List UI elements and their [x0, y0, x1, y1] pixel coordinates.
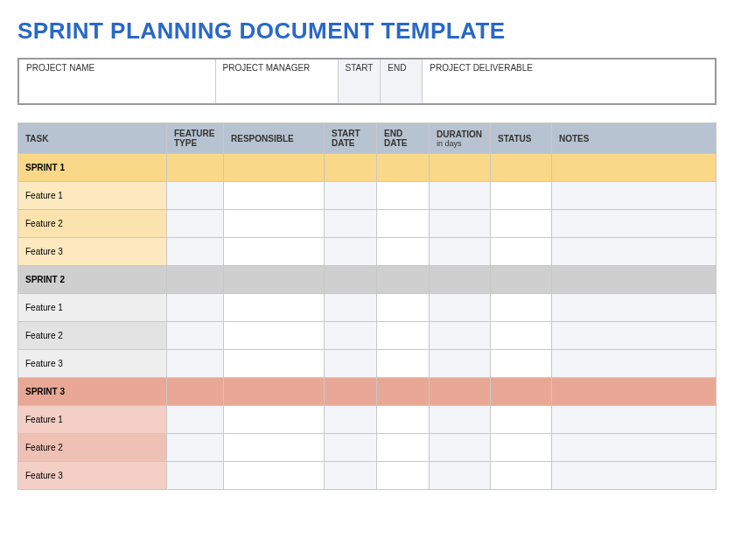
task-cell[interactable]: [325, 210, 377, 238]
task-cell[interactable]: [430, 210, 491, 238]
task-name-cell[interactable]: SPRINT 2: [18, 266, 167, 294]
meta-cell-deliverable[interactable]: [423, 74, 716, 104]
task-cell[interactable]: [430, 378, 491, 406]
task-cell[interactable]: [325, 462, 377, 490]
task-cell[interactable]: [430, 238, 491, 266]
task-name-cell[interactable]: Feature 2: [18, 210, 167, 238]
task-cell[interactable]: [167, 462, 224, 490]
task-name-cell[interactable]: Feature 3: [18, 462, 167, 490]
task-cell[interactable]: [224, 182, 325, 210]
task-cell[interactable]: [377, 350, 430, 378]
task-cell[interactable]: [224, 238, 325, 266]
task-cell[interactable]: [224, 462, 325, 490]
meta-cell-end[interactable]: [381, 74, 423, 104]
task-cell[interactable]: [491, 238, 552, 266]
task-cell[interactable]: [491, 210, 552, 238]
task-cell[interactable]: [552, 322, 717, 350]
task-cell[interactable]: [552, 434, 717, 462]
task-cell[interactable]: [224, 350, 325, 378]
task-cell[interactable]: [377, 266, 430, 294]
task-cell[interactable]: [430, 154, 491, 182]
task-cell[interactable]: [377, 378, 430, 406]
task-name-cell[interactable]: Feature 3: [18, 350, 167, 378]
task-cell[interactable]: [167, 322, 224, 350]
task-cell[interactable]: [224, 210, 325, 238]
task-name-cell[interactable]: Feature 1: [18, 406, 167, 434]
task-cell[interactable]: [377, 238, 430, 266]
task-cell[interactable]: [430, 294, 491, 322]
task-cell[interactable]: [224, 406, 325, 434]
task-cell[interactable]: [325, 266, 377, 294]
task-cell[interactable]: [491, 154, 552, 182]
meta-cell-start[interactable]: [338, 74, 381, 104]
task-cell[interactable]: [377, 182, 430, 210]
task-cell[interactable]: [377, 294, 430, 322]
task-cell[interactable]: [167, 378, 224, 406]
task-cell[interactable]: [377, 210, 430, 238]
task-cell[interactable]: [167, 266, 224, 294]
task-cell[interactable]: [377, 462, 430, 490]
task-name-cell[interactable]: Feature 2: [18, 434, 167, 462]
task-cell[interactable]: [552, 350, 717, 378]
task-cell[interactable]: [552, 294, 717, 322]
task-cell[interactable]: [224, 378, 325, 406]
task-cell[interactable]: [552, 266, 717, 294]
task-cell[interactable]: [325, 350, 377, 378]
task-cell[interactable]: [552, 238, 717, 266]
task-cell[interactable]: [491, 322, 552, 350]
task-cell[interactable]: [325, 182, 377, 210]
task-cell[interactable]: [167, 238, 224, 266]
task-cell[interactable]: [491, 266, 552, 294]
task-cell[interactable]: [491, 294, 552, 322]
task-name-cell[interactable]: Feature 1: [18, 182, 167, 210]
task-cell[interactable]: [325, 294, 377, 322]
task-cell[interactable]: [224, 154, 325, 182]
task-cell[interactable]: [430, 322, 491, 350]
task-cell[interactable]: [491, 182, 552, 210]
task-cell[interactable]: [491, 434, 552, 462]
task-cell[interactable]: [491, 462, 552, 490]
task-cell[interactable]: [430, 266, 491, 294]
task-cell[interactable]: [377, 322, 430, 350]
task-cell[interactable]: [167, 434, 224, 462]
task-cell[interactable]: [491, 406, 552, 434]
task-cell[interactable]: [430, 434, 491, 462]
task-cell[interactable]: [167, 350, 224, 378]
task-name-cell[interactable]: Feature 2: [18, 322, 167, 350]
task-cell[interactable]: [430, 182, 491, 210]
task-cell[interactable]: [491, 350, 552, 378]
task-name-cell[interactable]: SPRINT 3: [18, 378, 167, 406]
task-cell[interactable]: [377, 154, 430, 182]
task-cell[interactable]: [430, 406, 491, 434]
task-cell[interactable]: [224, 266, 325, 294]
task-name-cell[interactable]: SPRINT 1: [18, 154, 167, 182]
task-cell[interactable]: [552, 462, 717, 490]
task-cell[interactable]: [552, 378, 717, 406]
task-cell[interactable]: [430, 462, 491, 490]
task-cell[interactable]: [325, 238, 377, 266]
task-cell[interactable]: [167, 182, 224, 210]
task-cell[interactable]: [224, 434, 325, 462]
task-cell[interactable]: [552, 210, 717, 238]
meta-cell-project-manager[interactable]: [215, 74, 338, 104]
task-cell[interactable]: [224, 294, 325, 322]
task-cell[interactable]: [325, 154, 377, 182]
task-cell[interactable]: [552, 406, 717, 434]
task-cell[interactable]: [167, 154, 224, 182]
task-cell[interactable]: [377, 406, 430, 434]
task-name-cell[interactable]: Feature 3: [18, 238, 167, 266]
task-cell[interactable]: [552, 182, 717, 210]
task-cell[interactable]: [224, 322, 325, 350]
task-cell[interactable]: [377, 434, 430, 462]
meta-cell-project-name[interactable]: [18, 74, 215, 104]
task-cell[interactable]: [491, 378, 552, 406]
task-cell[interactable]: [167, 406, 224, 434]
task-cell[interactable]: [167, 294, 224, 322]
task-cell[interactable]: [430, 350, 491, 378]
task-cell[interactable]: [552, 154, 717, 182]
task-cell[interactable]: [325, 322, 377, 350]
task-cell[interactable]: [167, 210, 224, 238]
task-cell[interactable]: [325, 434, 377, 462]
task-cell[interactable]: [325, 406, 377, 434]
task-name-cell[interactable]: Feature 1: [18, 294, 167, 322]
